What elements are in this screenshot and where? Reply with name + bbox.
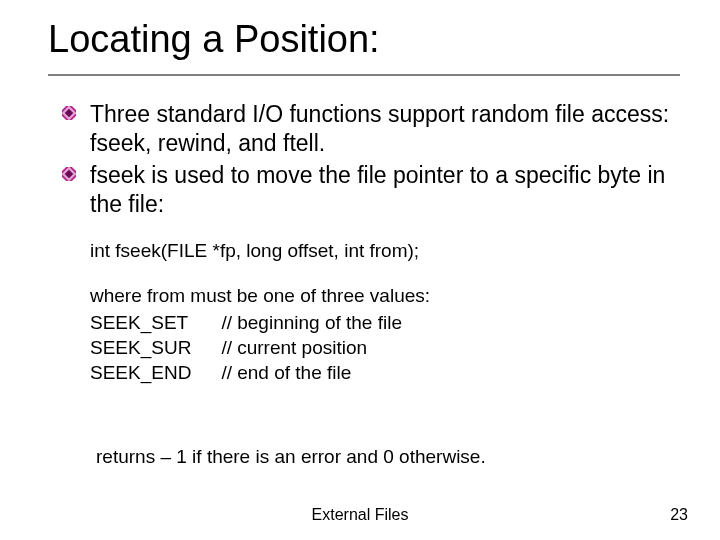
seek-name: SEEK_SET	[90, 310, 221, 335]
table-row: SEEK_SUR // current position	[90, 335, 432, 360]
seek-comment: // beginning of the file	[221, 310, 432, 335]
seek-constant-table: SEEK_SET // beginning of the file SEEK_S…	[90, 310, 432, 385]
detail-block: int fseek(FILE *fp, long offset, int fro…	[90, 238, 670, 403]
seek-name: SEEK_END	[90, 360, 221, 385]
bullet-item: Three standard I/O functions support ran…	[62, 100, 670, 159]
bullet-list: Three standard I/O functions support ran…	[62, 100, 670, 222]
return-value-note: returns – 1 if there is an error and 0 o…	[96, 446, 486, 468]
title-underline	[48, 74, 680, 76]
page-number: 23	[670, 506, 688, 524]
table-row: SEEK_SET // beginning of the file	[90, 310, 432, 335]
seek-comment: // current position	[221, 335, 432, 360]
seek-name: SEEK_SUR	[90, 335, 221, 360]
slide-title: Locating a Position:	[48, 18, 380, 61]
slide: Locating a Position: Three standard I/O …	[0, 0, 720, 540]
from-intro: where from must be one of three values:	[90, 283, 670, 308]
bullet-item: fseek is used to move the file pointer t…	[62, 161, 670, 220]
seek-comment: // end of the file	[221, 360, 432, 385]
bullet-text: fseek is used to move the file pointer t…	[90, 162, 665, 217]
bullet-marker-icon	[62, 167, 76, 181]
bullet-text: Three standard I/O functions support ran…	[90, 101, 669, 156]
function-signature: int fseek(FILE *fp, long offset, int fro…	[90, 238, 670, 263]
footer-title: External Files	[0, 506, 720, 524]
table-row: SEEK_END // end of the file	[90, 360, 432, 385]
bullet-marker-icon	[62, 106, 76, 120]
